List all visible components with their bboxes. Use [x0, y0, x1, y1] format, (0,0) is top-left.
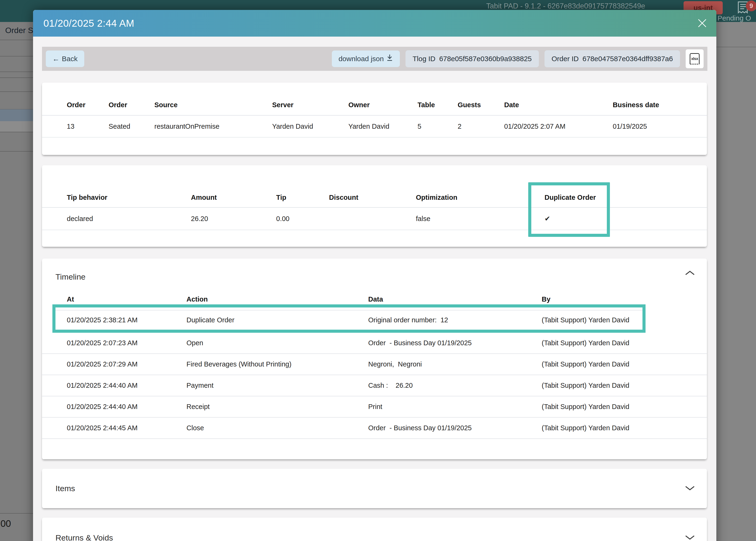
- order-summary-data-row: 13 Seated restaurantOnPremise Yarden Dav…: [42, 116, 707, 138]
- event-data: Negroni, Negroni: [368, 360, 542, 368]
- chevron-down-icon: [685, 538, 695, 541]
- event-action: Fired Beverages (Without Printing): [186, 360, 368, 368]
- toolbar-right-group: download json Tlog ID 678e05f587e0360b9a…: [332, 49, 704, 68]
- event-time: 01/20/2025 2:07:29 AM: [67, 360, 186, 368]
- returns-voids-title: Returns & Voids: [42, 533, 113, 541]
- modal-header: 01/20/2025 2:44 AM: [33, 10, 716, 37]
- timeline-row: 01/20/2025 2:07:29 AM Fired Beverages (W…: [42, 354, 707, 375]
- event-action: Open: [186, 339, 368, 347]
- column-header: At: [67, 295, 186, 303]
- order-summary-header-row: Order Order Source Server Owner Table Gu…: [42, 95, 707, 116]
- event-by: (Tabit Support) Yarden David: [542, 382, 707, 389]
- timeline-row-highlight: 01/20/2025 2:38:21 AM Duplicate Order Or…: [52, 304, 645, 333]
- timeline-row: 01/20/2025 2:38:21 AM Duplicate Order Or…: [56, 310, 642, 330]
- items-card[interactable]: Items: [42, 469, 707, 508]
- pending-orders-label: Pending O: [717, 14, 756, 22]
- event-action: Receipt: [186, 403, 368, 411]
- timeline-row: 01/20/2025 2:44:45 AM Close Order - Busi…: [42, 418, 707, 439]
- toolbar: ←Back download json Tlog ID 678e05f587e0…: [42, 47, 707, 71]
- column-header: By: [542, 295, 707, 303]
- owner-name: Yarden David: [349, 123, 417, 130]
- event-data: Original order number: 12: [368, 316, 542, 324]
- event-data: Print: [368, 403, 542, 411]
- screen: Tabit PAD - 9.1.2 - 6267e83de09175778382…: [0, 0, 756, 541]
- event-data: Cash : 26.20: [368, 382, 542, 389]
- timeline-collapse-button[interactable]: [685, 270, 695, 277]
- back-label: Back: [62, 55, 78, 63]
- column-header: Data: [368, 295, 542, 303]
- background-page-title: Order S: [5, 26, 33, 35]
- optimization-value: false: [416, 215, 545, 223]
- column-header: Order: [109, 101, 154, 109]
- event-time: 01/20/2025 2:44:40 AM: [67, 382, 186, 389]
- column-header: Server: [272, 101, 349, 109]
- download-json-label: download json: [339, 55, 384, 63]
- event-data: Order - Business Day 01/19/2025: [368, 339, 542, 347]
- event-by: (Tabit Support) Yarden David: [542, 360, 707, 368]
- amount-value: 26.20: [191, 215, 276, 223]
- order-id-label: Order ID: [552, 55, 579, 63]
- chevron-down-icon: [685, 488, 695, 492]
- event-by: (Tabit Support) Yarden David: [542, 316, 642, 324]
- event-time: 01/20/2025 2:07:23 AM: [67, 339, 186, 347]
- background-selected-row: [0, 109, 33, 121]
- column-header: Table: [417, 101, 458, 109]
- tip-behavior-value: declared: [67, 215, 191, 223]
- business-date: 01/19/2025: [613, 123, 707, 130]
- column-header: Optimization: [416, 194, 545, 202]
- returns-voids-card[interactable]: Returns & Voids: [42, 518, 707, 541]
- timeline-card: Timeline At Action Data By 01/20/: [42, 259, 707, 459]
- column-header: Business date: [613, 101, 707, 109]
- download-icon: [386, 54, 393, 64]
- modal-title: 01/20/2025 2:44 AM: [33, 18, 134, 29]
- timeline-rows: 01/20/2025 2:38:21 AM Duplicate Order Or…: [42, 304, 707, 439]
- tlog-id-label: Tlog ID: [412, 55, 435, 63]
- timeline-header-row: At Action Data By: [42, 294, 707, 304]
- column-header: Action: [186, 295, 368, 303]
- returns-voids-expand-button[interactable]: [685, 534, 695, 541]
- background-row: [0, 121, 33, 132]
- order-details-modal: 01/20/2025 2:44 AM ←Back download json: [33, 10, 716, 541]
- event-time: 01/20/2025 2:44:40 AM: [67, 403, 186, 411]
- column-header: Tip: [276, 194, 329, 202]
- table-number: 5: [417, 123, 458, 130]
- timeline-row: 01/20/2025 2:07:23 AM Open Order - Busin…: [42, 333, 707, 354]
- column-header: Order: [67, 101, 109, 109]
- tlog-id-chip[interactable]: Tlog ID 678e05f587e0360b9a938825: [405, 50, 539, 67]
- event-action: Payment: [186, 382, 368, 389]
- notification-badge: 9: [746, 0, 756, 11]
- export-xlsx-button[interactable]: xlsx: [686, 49, 704, 68]
- event-by: (Tabit Support) Yarden David: [542, 424, 707, 432]
- column-header-duplicate-order: Duplicate Order: [545, 194, 707, 202]
- event-time: 01/20/2025 2:44:45 AM: [67, 424, 186, 432]
- duplicate-order-check-icon: ✔: [545, 215, 707, 223]
- payment-summary-header-row: Tip behavior Amount Tip Discount Optimiz…: [42, 188, 707, 208]
- event-by: (Tabit Support) Yarden David: [542, 403, 707, 411]
- xlsx-icon: xlsx: [690, 53, 700, 65]
- order-number: 13: [67, 123, 109, 130]
- chevron-up-icon: [685, 273, 695, 277]
- guests-count: 2: [458, 123, 504, 130]
- column-header: Guests: [458, 101, 504, 109]
- timeline-row: 01/20/2025 2:44:40 AM Receipt Print (Tab…: [42, 396, 707, 418]
- background-page-right: [716, 22, 756, 541]
- tlog-id-value: 678e05f587e0360b9a938825: [439, 55, 532, 63]
- back-arrow-icon: ←: [52, 55, 60, 63]
- order-summary-card: Order Order Source Server Owner Table Gu…: [42, 83, 707, 155]
- payment-summary-data-row: declared 26.20 0.00 false ✔: [42, 208, 707, 230]
- server-name: Yarden David: [272, 123, 349, 130]
- close-icon: [697, 26, 708, 29]
- order-id-chip[interactable]: Order ID 678e047587e0364dff9387a6: [545, 50, 680, 67]
- items-expand-button[interactable]: [685, 485, 695, 492]
- background-cell-value: 00: [0, 518, 11, 529]
- nav-pending-orders[interactable]: 9 Pending O: [734, 1, 756, 14]
- close-button[interactable]: [696, 18, 708, 29]
- column-header: Amount: [191, 194, 276, 202]
- column-header: Date: [504, 101, 613, 109]
- download-json-button[interactable]: download json: [332, 51, 400, 67]
- order-source: restaurantOnPremise: [154, 123, 272, 130]
- event-action: Duplicate Order: [186, 316, 368, 324]
- back-button[interactable]: ←Back: [46, 51, 84, 67]
- column-header: Tip behavior: [67, 194, 191, 202]
- column-header: Source: [154, 101, 272, 109]
